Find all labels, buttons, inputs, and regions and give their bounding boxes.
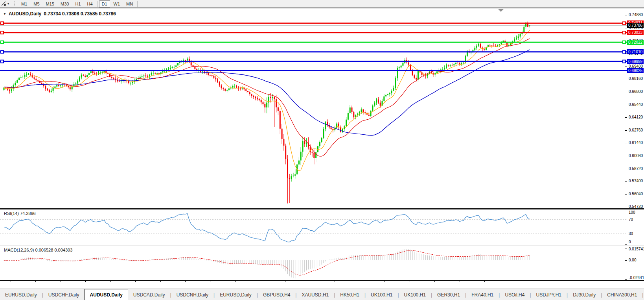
toolbar-separator bbox=[137, 1, 138, 7]
price-level-badge: 0.69025 bbox=[627, 68, 644, 73]
chart-tab-eurusd-daily[interactable]: EURUSD,Daily bbox=[215, 289, 257, 300]
chart-tab-eurusd-daily[interactable]: EURUSD,Daily bbox=[0, 289, 42, 300]
current-price-badge: 0.73786 bbox=[627, 23, 644, 28]
price-axis-label: 0.69480 bbox=[629, 64, 643, 69]
macd-indicator-label: MACD(12,26,9) 0.006528 0.004303 bbox=[4, 248, 72, 252]
rsi-indicator-label: RSI(14) 74.2896 bbox=[4, 211, 36, 216]
chart-tab-audusd-daily[interactable]: AUDUSD,Daily bbox=[85, 289, 128, 300]
chart-title-ohlc: 0.73734 0.73808 0.73585 0.73786 bbox=[44, 11, 116, 17]
chart-tab-uk100-h1[interactable]: UK100,H1 bbox=[366, 289, 397, 300]
price-level-badge: 0.71010 bbox=[627, 49, 644, 54]
chart-tab-dj30-daily[interactable]: DJ30,Daily bbox=[568, 289, 601, 300]
time-axis-ticks bbox=[11, 281, 485, 282]
chart-tab-usdjpy-h1[interactable]: USDJPY,H1 bbox=[531, 289, 567, 300]
chart-tab-hk50-h1[interactable]: HK50,H1 bbox=[335, 289, 364, 300]
chart-tab-usdcnh-daily[interactable]: USDCNH,Daily bbox=[171, 289, 213, 300]
macd-axis-label: 0.00 bbox=[629, 258, 636, 262]
timeframe-button-w1[interactable]: W1 bbox=[111, 0, 123, 7]
candles-layer[interactable] bbox=[4, 21, 530, 203]
chart-title-symbol: AUDUSD,Daily bbox=[9, 11, 41, 17]
price-axis-label: 0.56040 bbox=[629, 192, 643, 196]
price-axis-label: 0.60080 bbox=[629, 154, 643, 158]
price-axis-ticks bbox=[625, 15, 627, 280]
timeframe-buttons: M1M5M15M30H1H4D1W1MN bbox=[18, 0, 139, 7]
chart-tab-xauusd-h1[interactable]: XAUUSD,H1 bbox=[296, 289, 334, 300]
timeframe-button-h1[interactable]: H1 bbox=[72, 0, 83, 7]
macd-axis-label: -0.024412 bbox=[629, 276, 644, 280]
price-axis-label: 0.61440 bbox=[629, 141, 643, 145]
rsi-axis-label: 0 bbox=[629, 240, 631, 244]
price-level-badge: 0.72022 bbox=[627, 40, 644, 45]
mt4-application: ▾ M1M5M15M30H1H4D1W1MN ▼ AUDUSD,Daily 0.… bbox=[0, 0, 644, 300]
price-level-badge: 0.73033 bbox=[627, 30, 644, 35]
toolbar-separator bbox=[12, 1, 12, 7]
rsi-axis-label: 30 bbox=[629, 231, 633, 236]
price-axis-label: 0.62760 bbox=[629, 128, 643, 132]
chart-tab-usoil-h4[interactable]: USOil,H4 bbox=[500, 289, 530, 300]
price-axis-label: 0.64120 bbox=[629, 115, 643, 119]
toolbar-separator bbox=[97, 1, 98, 7]
chart-tab-china300-h1[interactable]: CHINA300,H1 bbox=[602, 289, 642, 300]
chart-tab-usdchf-daily[interactable]: USDCHF,Daily bbox=[43, 289, 85, 300]
chart-canvas[interactable] bbox=[0, 8, 644, 288]
toolbar-grip[interactable] bbox=[14, 1, 16, 6]
price-level-badge: 0.69999 bbox=[627, 59, 644, 64]
timeframe-button-h4[interactable]: H4 bbox=[84, 0, 95, 7]
timeframe-button-mn[interactable]: MN bbox=[123, 0, 136, 7]
macd-axis-label: 0.015741 bbox=[629, 247, 644, 251]
timeframe-button-m5[interactable]: M5 bbox=[31, 0, 42, 7]
rsi-axis-label: 70 bbox=[629, 217, 633, 222]
timeframe-toolbar: ▾ M1M5M15M30H1H4D1W1MN bbox=[0, 0, 644, 8]
panel-borders bbox=[0, 9, 644, 281]
chart-window: ▼ AUDUSD,Daily 0.73734 0.73808 0.73585 0… bbox=[0, 7, 644, 288]
chart-tab-fra40-h1[interactable]: FRA40,H1 bbox=[466, 289, 499, 300]
price-axis-label: 0.66800 bbox=[629, 89, 643, 94]
price-axis-label: 0.58720 bbox=[629, 167, 643, 171]
timeframe-button-m30[interactable]: M30 bbox=[58, 0, 72, 7]
price-axis-label: 0.68160 bbox=[629, 76, 643, 81]
chart-tab-ger30-h1[interactable]: GER30,H1 bbox=[432, 289, 465, 300]
price-axis-label: 0.74880 bbox=[629, 13, 643, 17]
collapse-triangle-icon[interactable]: ▼ bbox=[3, 12, 6, 16]
timeframe-button-m1[interactable]: M1 bbox=[18, 0, 30, 7]
price-axis-label: 0.57400 bbox=[629, 179, 643, 183]
chart-title: ▼ AUDUSD,Daily 0.73734 0.73808 0.73585 0… bbox=[3, 11, 116, 17]
chart-shift-marker-icon[interactable] bbox=[498, 9, 504, 12]
rsi-axis-label: 100 bbox=[629, 210, 635, 215]
price-axis-label: 0.54720 bbox=[629, 204, 643, 209]
line-draw-tool-icon[interactable] bbox=[1, 1, 7, 7]
chart-tab-bar: EURUSD,Daily|USDCHF,DailyAUDUSD,DailyUSD… bbox=[0, 289, 644, 300]
price-level-lines[interactable] bbox=[0, 22, 627, 70]
chevron-down-icon[interactable]: ▾ bbox=[7, 2, 9, 6]
macd-histogram bbox=[4, 249, 530, 278]
rsi-line bbox=[4, 214, 530, 242]
timeframe-button-d1[interactable]: D1 bbox=[99, 0, 110, 7]
timeframe-button-m15[interactable]: M15 bbox=[43, 0, 57, 7]
ma-slow-line bbox=[4, 50, 530, 135]
chart-tab-uk100-h1[interactable]: UK100,H1 bbox=[399, 289, 431, 300]
price-axis-label: 0.65440 bbox=[629, 102, 643, 107]
chart-tab-usdcad-daily[interactable]: USDCAD,Daily bbox=[128, 289, 170, 300]
chart-tab-gbpusd-h4[interactable]: GBPUSD,H4 bbox=[258, 289, 295, 300]
